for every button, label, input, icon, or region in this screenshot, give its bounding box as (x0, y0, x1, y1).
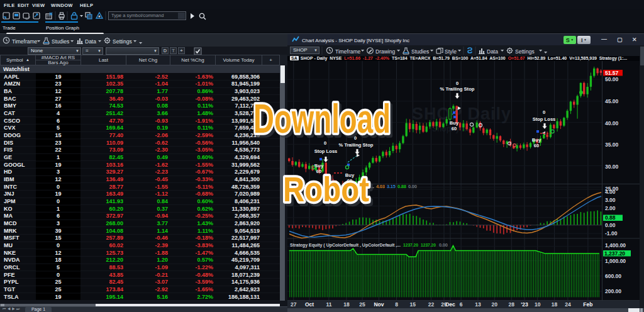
svg-text:Robot: Robot (283, 169, 369, 209)
svg-text:Download: Download (253, 96, 391, 142)
